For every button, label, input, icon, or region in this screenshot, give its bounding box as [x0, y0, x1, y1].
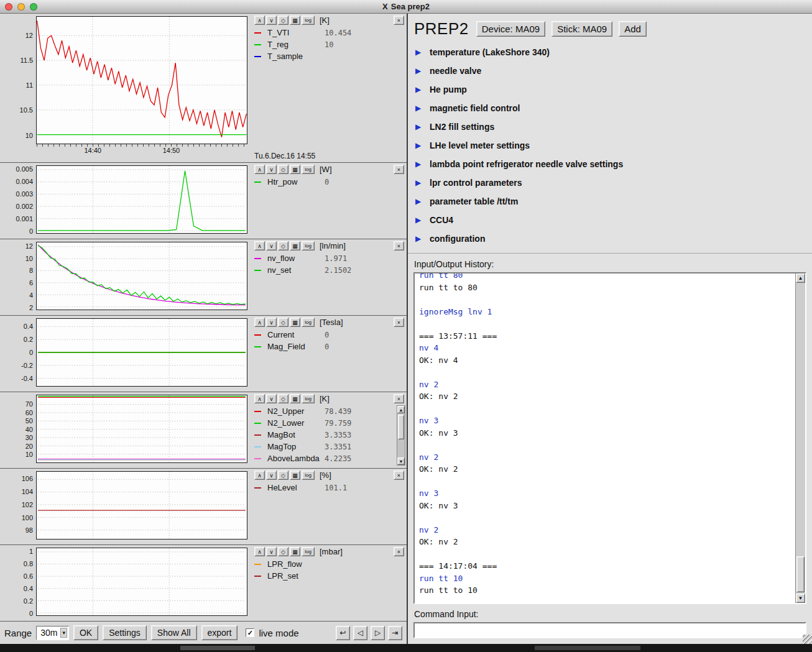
close-chart-button[interactable]: ×	[394, 165, 404, 174]
close-chart-button[interactable]: ×	[394, 241, 404, 250]
plot-region[interactable]	[36, 316, 250, 392]
undo-zoom-button[interactable]: ↩	[336, 626, 350, 640]
tree-item-label: parameter table /tt/tm	[430, 196, 518, 206]
console-line: OK: nv 3	[419, 500, 791, 512]
close-chart-button[interactable]: ×	[394, 394, 404, 403]
zoom-button[interactable]: ◇	[278, 547, 288, 556]
command-input[interactable]	[413, 622, 806, 638]
axis-unit-label: [mbar]	[320, 547, 343, 556]
plot-region[interactable]	[36, 239, 250, 315]
plot-region[interactable]	[36, 163, 250, 239]
scroll-up-button[interactable]: ∧	[254, 16, 265, 25]
close-chart-button[interactable]: ×	[394, 547, 404, 556]
scroll-down-button[interactable]: ∨	[266, 547, 277, 556]
legend-scrollbar[interactable]: ▲▼	[397, 405, 405, 466]
device-button[interactable]: Device: MA09	[476, 21, 545, 37]
scroll-down-button[interactable]: ∨	[266, 394, 277, 403]
zoom-button[interactable]: ◇	[278, 394, 288, 403]
y-axis: 10.80.60.40.20	[0, 545, 36, 621]
zoom-button[interactable]: ◇	[278, 318, 288, 327]
log-scale-button[interactable]: log	[302, 16, 315, 25]
grid-button[interactable]: ▦	[290, 471, 300, 480]
y-axis: 0.40.20-0.2-0.4	[0, 316, 36, 392]
tree-item[interactable]: ▶LN2 fill settings	[415, 117, 812, 136]
log-scale-button[interactable]: log	[302, 547, 315, 556]
scroll-down-button[interactable]: ▼	[397, 457, 405, 465]
tree-item[interactable]: ▶configuration	[415, 229, 812, 248]
grid-button[interactable]: ▦	[290, 241, 300, 250]
tree-item[interactable]: ▶parameter table /tt/tm	[415, 192, 812, 211]
scroll-down-button[interactable]: ∨	[266, 16, 277, 25]
window-titlebar[interactable]: XSea prep2	[0, 0, 812, 14]
zoom-button[interactable]: ◇	[278, 165, 288, 174]
export-button[interactable]: export	[201, 625, 238, 640]
log-scale-button[interactable]: log	[302, 471, 315, 480]
tree-item[interactable]: ▶He pump	[415, 80, 812, 99]
log-scale-button[interactable]: log	[302, 241, 315, 250]
grid-button[interactable]: ▦	[290, 547, 300, 556]
scrollbar-thumb[interactable]	[796, 556, 805, 592]
console-output[interactable]: run tt 80run tt to 80 ignoreMsg lnv 1 ==…	[415, 273, 795, 603]
tree-item[interactable]: ▶lambda point refrigerator needle valve …	[415, 155, 812, 173]
legend-item: N2_Lower79.759	[254, 417, 393, 429]
scroll-down-button[interactable]: ∨	[266, 318, 277, 327]
scroll-up-button[interactable]: ∧	[254, 241, 265, 250]
resize-grip[interactable]	[803, 635, 812, 644]
log-scale-button[interactable]: log	[302, 318, 315, 327]
zoom-button[interactable]: ◇	[278, 16, 288, 25]
scroll-up-button[interactable]: ∧	[254, 165, 265, 174]
tree-item[interactable]: ▶magnetic field control	[415, 99, 812, 117]
scroll-down-button[interactable]: ∨	[266, 241, 277, 250]
tree-item[interactable]: ▶CCU4	[415, 211, 812, 229]
y-tick-label: 8	[29, 266, 33, 275]
jump-to-end-button[interactable]: ⇥	[388, 626, 402, 640]
tree-item[interactable]: ▶temperature (LakeShore 340)	[415, 43, 812, 62]
scroll-up-button[interactable]: ∧	[254, 547, 265, 556]
add-button[interactable]: Add	[619, 21, 647, 37]
page-right-button[interactable]: ▷	[371, 626, 385, 640]
scroll-up-button[interactable]: ▲	[397, 406, 405, 413]
y-axis: 70605040302010	[0, 392, 36, 468]
legend-entries: N2_Upper78.439N2_Lower79.759MagBot3.3353…	[254, 405, 393, 464]
grid-button[interactable]: ▦	[290, 165, 300, 174]
range-dropdown[interactable]: 30m ▾	[36, 626, 69, 640]
plot-region[interactable]	[36, 392, 250, 468]
chart-legend: ∧∨◇▦log[ln/min]×nv_flow1.971nv_set2.1502	[250, 239, 407, 315]
page-left-button[interactable]: ◁	[353, 626, 367, 640]
plot-region[interactable]	[36, 469, 250, 544]
zoom-button[interactable]: ◇	[278, 471, 288, 480]
tree-item[interactable]: ▶LHe level meter settings	[415, 136, 812, 155]
scrollbar-thumb[interactable]	[398, 415, 404, 439]
tree-item[interactable]: ▶lpr control parameters	[415, 173, 812, 192]
tree-item[interactable]: ▶needle valve	[415, 62, 812, 80]
grid-button[interactable]: ▦	[290, 16, 300, 25]
scroll-up-button[interactable]: ▲	[796, 273, 805, 283]
y-axis: 12108642	[0, 239, 36, 315]
scroll-up-button[interactable]: ∧	[254, 318, 265, 327]
log-scale-button[interactable]: log	[302, 165, 315, 174]
range-label: Range	[4, 628, 32, 638]
stick-button[interactable]: Stick: MA09	[551, 21, 612, 37]
scroll-down-button[interactable]: ∨	[266, 471, 277, 480]
y-tick-label: 0.2	[24, 597, 33, 605]
close-chart-button[interactable]: ×	[394, 471, 404, 480]
live-mode-checkbox[interactable]: ✓	[246, 628, 254, 637]
zoom-button[interactable]: ◇	[278, 241, 288, 250]
console-line: nv 2	[419, 524, 791, 536]
scroll-down-button[interactable]: ∨	[266, 165, 277, 174]
close-chart-button[interactable]: ×	[394, 318, 404, 327]
scroll-down-button[interactable]: ▼	[796, 594, 805, 603]
ok-button[interactable]: OK	[73, 625, 98, 640]
plot-region[interactable]: 14:4014:50	[36, 14, 250, 162]
plot-region[interactable]	[36, 545, 250, 621]
show-all-button[interactable]: Show All	[151, 625, 197, 640]
close-chart-button[interactable]: ×	[394, 16, 404, 25]
grid-button[interactable]: ▦	[290, 318, 300, 327]
log-scale-button[interactable]: log	[302, 394, 315, 403]
settings-button[interactable]: Settings	[103, 625, 147, 640]
legend-entries: Current0Mag_Field0	[254, 329, 404, 352]
scroll-up-button[interactable]: ∧	[254, 394, 265, 403]
console-scrollbar[interactable]: ▲ ▼	[795, 273, 805, 603]
scroll-up-button[interactable]: ∧	[254, 471, 265, 480]
grid-button[interactable]: ▦	[290, 394, 300, 403]
